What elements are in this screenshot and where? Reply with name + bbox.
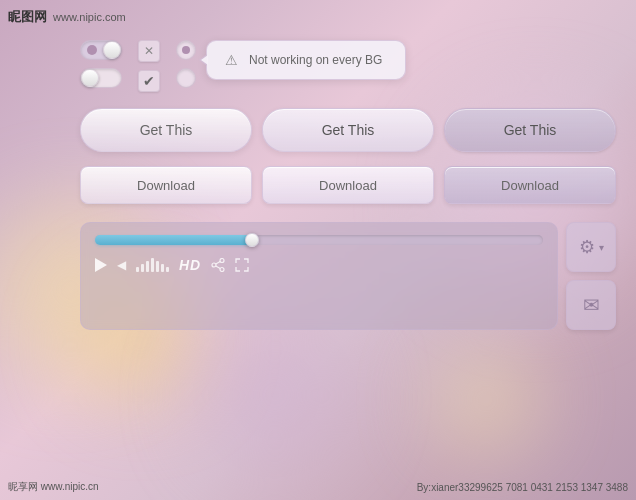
checkbox-checked[interactable]: ✔ xyxy=(138,70,160,92)
radios-group xyxy=(176,40,196,88)
main-content: ✕ ✔ ⚠ Not working on every BG Get This G… xyxy=(80,40,616,330)
checks-group: ✕ ✔ xyxy=(138,40,160,92)
toggle-thumb-2 xyxy=(81,69,99,87)
player-container: ◀ HD xyxy=(80,222,616,330)
radio-selected[interactable] xyxy=(176,40,196,60)
get-this-button-2[interactable]: Get This xyxy=(262,108,434,152)
share-icon xyxy=(211,258,225,272)
player-controls: ◀ HD xyxy=(95,257,543,273)
svg-point-2 xyxy=(220,268,224,272)
close-button[interactable]: ✕ xyxy=(138,40,160,62)
volume-button[interactable]: ◀ xyxy=(117,258,126,272)
expand-button[interactable] xyxy=(235,258,249,272)
controls-row: ✕ ✔ ⚠ Not working on every BG xyxy=(80,40,616,92)
toggle-on[interactable] xyxy=(80,40,122,60)
download-button-2[interactable]: Download xyxy=(262,166,434,204)
toggle-thumb xyxy=(103,41,121,59)
tooltip-text: Not working on every BG xyxy=(249,53,382,67)
download-button-3[interactable]: Download xyxy=(444,166,616,204)
bottom-right-text: By:xianer33299625 7081 0431 2153 1347 34… xyxy=(417,482,628,493)
play-button[interactable] xyxy=(95,258,107,272)
close-icon: ✕ xyxy=(144,44,154,58)
vol-bar-5 xyxy=(156,261,159,272)
toggles-group xyxy=(80,40,122,88)
volume-icon: ◀ xyxy=(117,258,126,272)
mail-button[interactable]: ✉ xyxy=(566,280,616,330)
site-url: www.nipic.com xyxy=(53,11,126,23)
share-button[interactable] xyxy=(211,258,225,272)
play-icon xyxy=(95,258,107,272)
progress-bar[interactable] xyxy=(95,235,543,245)
svg-line-3 xyxy=(216,261,220,264)
site-logo: 眤图网 xyxy=(8,8,47,26)
vol-bar-1 xyxy=(136,267,139,272)
get-this-button-3[interactable]: Get This xyxy=(444,108,616,152)
expand-icon xyxy=(235,258,249,272)
mail-icon: ✉ xyxy=(583,293,600,317)
svg-point-0 xyxy=(220,259,224,263)
get-this-button-1[interactable]: Get This xyxy=(80,108,252,152)
settings-button[interactable]: ⚙ ▾ xyxy=(566,222,616,272)
vol-bar-2 xyxy=(141,264,144,272)
svg-line-4 xyxy=(216,266,220,269)
watermark-top: 眤图网 www.nipic.com xyxy=(8,8,126,26)
vol-bar-3 xyxy=(146,261,149,272)
vol-bar-6 xyxy=(161,264,164,272)
download-row: Download Download Download xyxy=(80,166,616,204)
radio-inner xyxy=(182,46,190,54)
radio-unselected[interactable] xyxy=(176,68,196,88)
player-side: ⚙ ▾ ✉ xyxy=(566,222,616,330)
progress-fill xyxy=(95,235,252,245)
svg-point-1 xyxy=(212,263,216,267)
player-main: ◀ HD xyxy=(80,222,558,330)
chevron-down-icon: ▾ xyxy=(599,242,604,253)
progress-thumb[interactable] xyxy=(245,233,259,247)
warning-icon: ⚠ xyxy=(221,51,241,69)
bokeh-4 xyxy=(200,320,350,470)
check-icon: ✔ xyxy=(143,73,155,89)
vol-bar-4 xyxy=(151,258,154,272)
toggle-dot xyxy=(87,45,97,55)
download-button-1[interactable]: Download xyxy=(80,166,252,204)
bokeh-5 xyxy=(436,350,536,450)
tooltip-box: ⚠ Not working on every BG xyxy=(206,40,406,80)
toggle-off[interactable] xyxy=(80,68,122,88)
hd-badge: HD xyxy=(179,257,201,273)
watermark-bottom: 昵享网 www.nipic.cn By:xianer33299625 7081 … xyxy=(8,480,628,494)
gear-icon: ⚙ xyxy=(579,236,595,258)
get-this-row: Get This Get This Get This xyxy=(80,108,616,152)
volume-bars xyxy=(136,258,169,272)
vol-bar-7 xyxy=(166,267,169,272)
bottom-left-text: 昵享网 www.nipic.cn xyxy=(8,480,99,494)
